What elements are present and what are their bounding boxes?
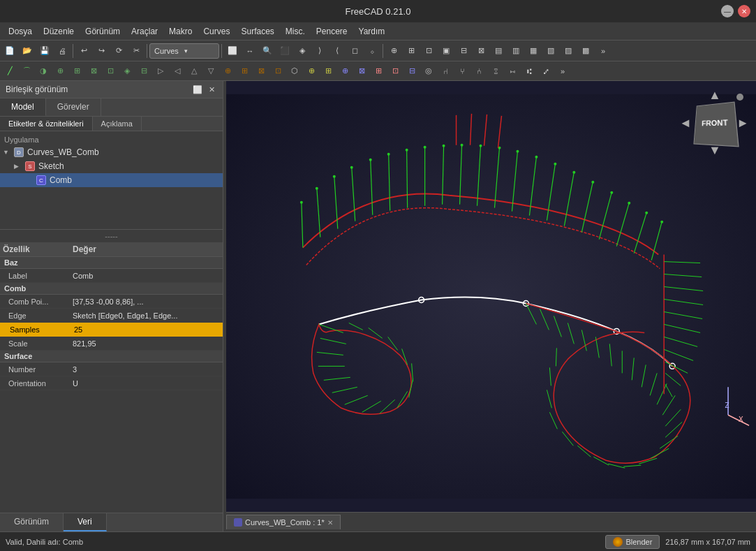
close-button[interactable]: ✕	[738, 5, 750, 17]
tool-5[interactable]: ⊞	[68, 63, 85, 80]
svg-point-25	[350, 166, 353, 169]
tool-26[interactable]: ◎	[420, 63, 437, 80]
refresh-button[interactable]: ⟳	[110, 43, 127, 59]
view-btn-3[interactable]: 🔍	[259, 43, 276, 59]
nav-btn-6[interactable]: ⊠	[473, 43, 489, 59]
viewport-tab-close[interactable]: ✕	[327, 519, 333, 527]
menu-yardim[interactable]: Yardım	[353, 25, 391, 38]
cut-button[interactable]: ✂	[128, 43, 144, 59]
tab-tasks[interactable]: Görevler	[46, 98, 101, 116]
tool-30[interactable]: ⑄	[487, 63, 504, 80]
tool-15[interactable]: ⊞	[236, 63, 253, 80]
menu-pencere[interactable]: Pencere	[311, 25, 353, 38]
panel-expand-button[interactable]: ⬜	[192, 84, 203, 95]
tool-16[interactable]: ⊠	[253, 63, 269, 80]
tool-25[interactable]: ⊟	[403, 63, 420, 80]
bottom-tab-gorunum[interactable]: Görünüm	[0, 513, 64, 531]
save-button[interactable]: 💾	[36, 43, 53, 59]
nav-cube-face[interactable]: FRONT	[693, 102, 739, 147]
tree-item-comb[interactable]: C Comb	[0, 173, 223, 187]
nav-btn-7[interactable]: ▤	[490, 43, 507, 59]
nav-left-arrow[interactable]: ◄	[679, 116, 692, 131]
view-btn-7[interactable]: ⟨	[329, 43, 346, 59]
bottom-tab-veri[interactable]: Veri	[64, 513, 107, 531]
subtab-desc[interactable]: Açıklama	[93, 117, 142, 131]
nav-btn-11[interactable]: ▨	[560, 43, 577, 59]
nav-btn-2[interactable]: ⊞	[403, 43, 420, 59]
nav-btn-12[interactable]: ▩	[577, 43, 594, 59]
prop-orientation-name: Orientation	[0, 378, 70, 389]
tool-28[interactable]: ⑂	[454, 63, 470, 80]
nav-btn-3[interactable]: ⊡	[420, 43, 437, 59]
tool-31[interactable]: ⑅	[504, 63, 521, 80]
menu-surfaces[interactable]: Surfaces	[235, 25, 279, 38]
view-btn-2[interactable]: ↔	[242, 43, 258, 59]
prop-samples[interactable]: Samples 25	[0, 323, 223, 337]
tree-item-root[interactable]: ▼ D Curves_WB_Comb	[0, 145, 223, 159]
tool-33[interactable]: ⑇	[538, 63, 554, 80]
menu-makro[interactable]: Makro	[163, 25, 198, 38]
tool-9[interactable]: ⊟	[135, 63, 152, 80]
tool-6[interactable]: ⊠	[85, 63, 102, 80]
tool-10[interactable]: ▷	[152, 63, 169, 80]
more-btn[interactable]: »	[595, 43, 612, 59]
tool-13[interactable]: ▽	[202, 63, 219, 80]
nav-right-arrow[interactable]: ►	[736, 116, 749, 131]
view-btn-8[interactable]: ◻	[346, 43, 363, 59]
subtab-labels[interactable]: Etiketler & öznitelikleri	[0, 117, 93, 131]
open-button[interactable]: 📂	[19, 43, 36, 59]
tool-24[interactable]: ⊡	[387, 63, 403, 80]
tool-8[interactable]: ◈	[119, 63, 135, 80]
undo-button[interactable]: ↩	[75, 43, 92, 59]
nav-btn-5[interactable]: ⊟	[455, 43, 472, 59]
minimize-button[interactable]: —	[721, 5, 734, 17]
workbench-dropdown[interactable]: Curves ▾	[149, 43, 219, 59]
view-btn-9[interactable]: ⬦	[364, 43, 380, 59]
nav-btn-10[interactable]: ▧	[542, 43, 559, 59]
tool-4[interactable]: ⊕	[52, 63, 68, 80]
tool-14[interactable]: ⊕	[219, 63, 236, 80]
nav-up-arrow[interactable]: ▲	[709, 88, 721, 103]
tool-22[interactable]: ⊠	[353, 63, 370, 80]
menu-araclar[interactable]: Araçlar	[126, 25, 163, 38]
tool-21[interactable]: ⊕	[336, 63, 353, 80]
tool-23[interactable]: ⊞	[370, 63, 387, 80]
nav-btn-1[interactable]: ⊕	[385, 43, 402, 59]
tool-17[interactable]: ⊡	[269, 63, 286, 80]
menu-misc[interactable]: Misc.	[280, 25, 311, 38]
nav-cube[interactable]: ▲ ▼ ◄ ► FRONT	[679, 88, 749, 158]
tool-11[interactable]: ◁	[169, 63, 186, 80]
menu-duzenle[interactable]: Düzenle	[38, 25, 80, 38]
view-btn-1[interactable]: ⬜	[224, 43, 241, 59]
tool-20[interactable]: ⊞	[320, 63, 336, 80]
viewport-tab[interactable]: Curves_WB_Comb : 1* ✕	[226, 515, 341, 529]
blender-button[interactable]: Blender	[605, 535, 660, 549]
tool-7[interactable]: ⊡	[102, 63, 119, 80]
view-btn-4[interactable]: ⬛	[276, 43, 293, 59]
view-btn-5[interactable]: ◈	[294, 43, 311, 59]
more-tools-btn[interactable]: »	[554, 63, 571, 80]
tool-29[interactable]: ⑃	[470, 63, 487, 80]
tool-3[interactable]: ◑	[35, 63, 52, 80]
tool-32[interactable]: ⑆	[521, 63, 538, 80]
new-button[interactable]: 📄	[1, 43, 18, 59]
nav-btn-8[interactable]: ▥	[507, 43, 524, 59]
viewport[interactable]: Z X ▲ ▼ ◄ ► FRONT Curves_WB_Comb : 1* ✕	[226, 81, 756, 531]
menu-dosya[interactable]: Dosya	[3, 25, 38, 38]
print-button[interactable]: 🖨	[54, 43, 71, 59]
nav-btn-9[interactable]: ▦	[525, 43, 542, 59]
tool-27[interactable]: ⑁	[437, 63, 454, 80]
panel-close-button[interactable]: ✕	[206, 84, 217, 95]
tool-19[interactable]: ⊕	[303, 63, 320, 80]
tree-item-sketch[interactable]: ▶ S Sketch	[0, 159, 223, 173]
redo-button[interactable]: ↪	[93, 43, 110, 59]
view-btn-6[interactable]: ⟩	[311, 43, 328, 59]
tab-model[interactable]: Model	[0, 98, 46, 116]
nav-btn-4[interactable]: ▣	[438, 43, 454, 59]
menu-curves[interactable]: Curves	[198, 25, 235, 38]
tool-1[interactable]: ╱	[1, 63, 18, 80]
tool-18[interactable]: ⬡	[286, 63, 303, 80]
menu-gorunum[interactable]: Görünüm	[80, 25, 126, 38]
tool-12[interactable]: △	[186, 63, 202, 80]
tool-2[interactable]: ⌒	[18, 63, 35, 80]
